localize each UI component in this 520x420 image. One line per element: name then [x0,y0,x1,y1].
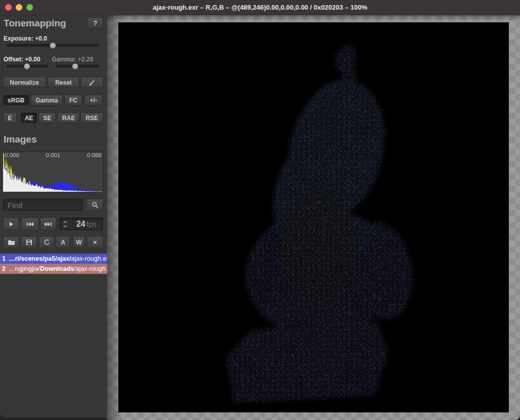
rendered-image[interactable] [118,22,509,412]
close-image-button[interactable]: × [87,236,103,248]
tonemap-button-srgb[interactable]: sRGB [3,95,29,106]
reload-icon [44,239,50,246]
brush-button[interactable] [81,77,103,88]
find-input[interactable] [3,199,83,211]
action-button-reset[interactable]: Reset [48,77,79,88]
image-list-item[interactable]: 2…ngjingjia/Downloads/ajax-rough.exr [0,264,107,274]
fps-unit-label: fps [86,220,96,228]
offset-slider-knob[interactable] [23,63,30,70]
search-button[interactable] [86,199,103,211]
offset-slider[interactable] [7,63,48,70]
skip-next-button[interactable] [40,218,56,230]
offset-label: Offset: +0.00 [4,56,40,63]
image-path: …ngjingjia/Downloads/ajax-rough.exr [9,265,107,272]
image-list-item-selected[interactable]: 1…ri/scenes/pa5/ajax/ajax-rough.exr [0,254,107,264]
brush-icon [88,79,95,86]
titlebar: ajax-rough.exr – R,G,B – @(489,246)0.00,… [0,0,520,15]
tonemap-button-gamma[interactable]: Gamma [31,95,62,106]
open-image-button[interactable] [3,236,19,248]
image-path: …ri/scenes/pa5/ajax/ajax-rough.exr [9,255,107,262]
metric-button-rae[interactable]: RAE [58,113,79,123]
folder-icon [8,239,15,246]
help-button[interactable]: ? [87,17,103,28]
histogram-max-label: 0.088 [87,152,102,158]
exposure-slider[interactable] [7,42,99,49]
auto-reload-button[interactable]: A [56,236,70,248]
play-button[interactable] [3,218,19,230]
exposure-label: Exposure: +0.0 [4,35,47,42]
image-index: 2 [2,265,6,272]
chevron-up-icon[interactable] [63,221,68,224]
save-image-button[interactable] [21,236,37,248]
skip-next-icon [44,221,52,227]
image-viewer[interactable] [107,15,520,420]
tonemap-button-plusminus[interactable]: +/- [84,95,103,106]
images-header: Images [4,134,37,145]
window-title: ajax-rough.exr – R,G,B – @(489,246)0.00,… [0,0,520,15]
metric-button-ae[interactable]: AE [21,113,37,123]
fps-spinner[interactable]: 24 fps [59,218,103,230]
action-button-normalize[interactable]: Normalize [3,77,46,88]
play-icon [8,221,14,227]
exposure-slider-knob[interactable] [49,42,56,49]
metric-button-se[interactable]: SE [39,113,56,123]
watch-files-button[interactable]: W [73,236,85,248]
metric-button-rse[interactable]: RSE [81,113,103,123]
gamma-slider-knob[interactable] [72,63,79,70]
tonemap-button-fc[interactable]: FC [64,95,82,106]
histogram[interactable]: 0.000 0.001 0.088 [3,151,104,192]
fps-stepper[interactable] [63,221,68,228]
skip-previous-icon [26,221,34,227]
ajax-bust-render [118,22,509,412]
sidebar: Tonemapping ? Exposure: +0.0 Offset: +0.… [0,15,107,417]
gamma-slider[interactable] [56,63,99,70]
image-index: 1 [2,255,6,262]
save-icon [26,239,32,246]
search-icon [91,201,99,208]
metric-button-e[interactable]: E [3,113,17,123]
skip-previous-button[interactable] [21,218,39,230]
tonemapping-header: Tonemapping [4,18,66,29]
gamma-label: Gamma: +2.20 [52,56,93,63]
chevron-down-icon[interactable] [63,225,68,228]
reload-image-button[interactable] [39,236,54,248]
image-list: 1…ri/scenes/pa5/ajax/ajax-rough.exr2…ngj… [0,254,107,274]
fps-value[interactable]: 24 [68,220,85,229]
